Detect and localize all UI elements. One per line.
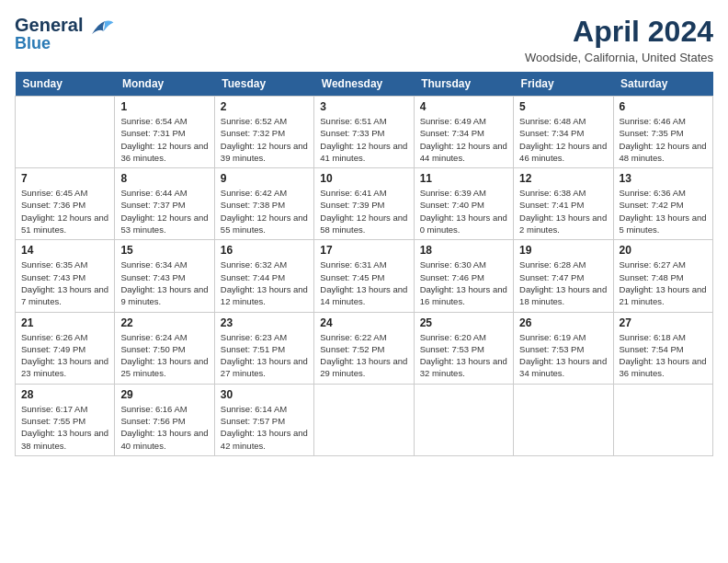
day-number: 22: [120, 316, 208, 329]
calendar-table: SundayMondayTuesdayWednesdayThursdayFrid…: [15, 72, 713, 456]
calendar-cell: [314, 384, 414, 455]
day-detail: Sunrise: 6:24 AMSunset: 7:50 PMDaylight:…: [120, 331, 208, 380]
day-detail: Sunrise: 6:31 AMSunset: 7:45 PMDaylight:…: [320, 259, 407, 307]
day-detail: Sunrise: 6:42 AMSunset: 7:38 PMDaylight:…: [221, 187, 308, 236]
calendar-cell: 26Sunrise: 6:19 AMSunset: 7:53 PMDayligh…: [514, 312, 613, 384]
weekday-header: Tuesday: [214, 72, 313, 97]
day-detail: Sunrise: 6:34 AMSunset: 7:43 PMDaylight:…: [120, 259, 208, 307]
day-number: 2: [221, 100, 308, 113]
day-detail: Sunrise: 6:32 AMSunset: 7:44 PMDaylight:…: [221, 259, 308, 307]
month-title: April 2024: [525, 15, 713, 49]
day-number: 29: [120, 388, 208, 401]
calendar-cell: 20Sunrise: 6:27 AMSunset: 7:48 PMDayligh…: [613, 240, 712, 312]
calendar-cell: 16Sunrise: 6:32 AMSunset: 7:44 PMDayligh…: [214, 240, 313, 312]
calendar-cell: [16, 97, 115, 168]
day-detail: Sunrise: 6:45 AMSunset: 7:36 PMDaylight:…: [21, 187, 108, 236]
calendar-cell: 18Sunrise: 6:30 AMSunset: 7:46 PMDayligh…: [414, 240, 513, 312]
day-detail: Sunrise: 6:27 AMSunset: 7:48 PMDaylight:…: [620, 259, 707, 307]
calendar-cell: 3Sunrise: 6:51 AMSunset: 7:33 PMDaylight…: [314, 97, 414, 168]
calendar-cell: 12Sunrise: 6:38 AMSunset: 7:41 PMDayligh…: [514, 168, 613, 240]
calendar-week-row: 28Sunrise: 6:17 AMSunset: 7:55 PMDayligh…: [16, 384, 713, 455]
day-number: 14: [21, 244, 108, 257]
calendar-cell: 14Sunrise: 6:35 AMSunset: 7:43 PMDayligh…: [16, 240, 115, 312]
calendar-cell: 22Sunrise: 6:24 AMSunset: 7:50 PMDayligh…: [115, 312, 214, 384]
calendar-week-row: 14Sunrise: 6:35 AMSunset: 7:43 PMDayligh…: [16, 240, 713, 312]
day-detail: Sunrise: 6:39 AMSunset: 7:40 PMDaylight:…: [420, 187, 507, 236]
calendar-cell: 6Sunrise: 6:46 AMSunset: 7:35 PMDaylight…: [613, 97, 712, 168]
calendar-cell: 29Sunrise: 6:16 AMSunset: 7:56 PMDayligh…: [115, 384, 214, 455]
calendar-cell: 9Sunrise: 6:42 AMSunset: 7:38 PMDaylight…: [214, 168, 313, 240]
calendar-cell: 11Sunrise: 6:39 AMSunset: 7:40 PMDayligh…: [414, 168, 513, 240]
calendar-cell: [514, 384, 613, 455]
day-detail: Sunrise: 6:17 AMSunset: 7:55 PMDaylight:…: [21, 403, 108, 452]
calendar-cell: [613, 384, 712, 455]
day-detail: Sunrise: 6:41 AMSunset: 7:39 PMDaylight:…: [320, 187, 407, 236]
day-detail: Sunrise: 6:46 AMSunset: 7:35 PMDaylight:…: [620, 115, 707, 164]
calendar-cell: 8Sunrise: 6:44 AMSunset: 7:37 PMDaylight…: [115, 168, 214, 240]
day-number: 24: [320, 316, 407, 329]
logo: General Blue: [15, 15, 115, 53]
calendar-cell: 28Sunrise: 6:17 AMSunset: 7:55 PMDayligh…: [16, 384, 115, 455]
calendar-header-row: SundayMondayTuesdayWednesdayThursdayFrid…: [16, 72, 713, 97]
day-number: 7: [21, 172, 108, 185]
day-number: 3: [320, 100, 407, 113]
day-detail: Sunrise: 6:44 AMSunset: 7:37 PMDaylight:…: [120, 187, 208, 236]
calendar-cell: 23Sunrise: 6:23 AMSunset: 7:51 PMDayligh…: [214, 312, 313, 384]
day-number: 6: [620, 100, 707, 113]
day-number: 20: [620, 244, 707, 257]
day-detail: Sunrise: 6:18 AMSunset: 7:54 PMDaylight:…: [620, 331, 707, 380]
day-detail: Sunrise: 6:14 AMSunset: 7:57 PMDaylight:…: [221, 403, 308, 452]
day-number: 18: [420, 244, 507, 257]
calendar-cell: 2Sunrise: 6:52 AMSunset: 7:32 PMDaylight…: [214, 97, 313, 168]
day-number: 1: [120, 100, 208, 113]
weekday-header: Friday: [514, 72, 613, 97]
weekday-header: Sunday: [16, 72, 115, 97]
day-detail: Sunrise: 6:26 AMSunset: 7:49 PMDaylight:…: [21, 331, 108, 380]
day-detail: Sunrise: 6:28 AMSunset: 7:47 PMDaylight:…: [519, 259, 607, 307]
day-number: 8: [120, 172, 208, 185]
day-number: 12: [519, 172, 607, 185]
location: Woodside, California, United States: [525, 51, 713, 64]
day-number: 27: [620, 316, 707, 329]
day-number: 25: [420, 316, 507, 329]
calendar-cell: 15Sunrise: 6:34 AMSunset: 7:43 PMDayligh…: [115, 240, 214, 312]
day-detail: Sunrise: 6:22 AMSunset: 7:52 PMDaylight:…: [320, 331, 407, 380]
day-number: 28: [21, 388, 108, 401]
day-number: 17: [320, 244, 407, 257]
day-number: 26: [519, 316, 607, 329]
day-number: 11: [420, 172, 507, 185]
day-number: 19: [519, 244, 607, 257]
day-number: 13: [620, 172, 707, 185]
weekday-header: Wednesday: [314, 72, 414, 97]
day-number: 5: [519, 100, 607, 113]
day-number: 16: [221, 244, 308, 257]
calendar-cell: 17Sunrise: 6:31 AMSunset: 7:45 PMDayligh…: [314, 240, 414, 312]
day-detail: Sunrise: 6:36 AMSunset: 7:42 PMDaylight:…: [620, 187, 707, 236]
calendar-cell: [414, 384, 513, 455]
day-detail: Sunrise: 6:16 AMSunset: 7:56 PMDaylight:…: [120, 403, 208, 452]
day-number: 15: [120, 244, 208, 257]
day-detail: Sunrise: 6:52 AMSunset: 7:32 PMDaylight:…: [221, 115, 308, 164]
day-detail: Sunrise: 6:48 AMSunset: 7:34 PMDaylight:…: [519, 115, 607, 164]
day-number: 30: [221, 388, 308, 401]
calendar-cell: 24Sunrise: 6:22 AMSunset: 7:52 PMDayligh…: [314, 312, 414, 384]
title-area: April 2024 Woodside, California, United …: [525, 15, 713, 64]
calendar-cell: 25Sunrise: 6:20 AMSunset: 7:53 PMDayligh…: [414, 312, 513, 384]
day-number: 21: [21, 316, 108, 329]
day-detail: Sunrise: 6:23 AMSunset: 7:51 PMDaylight:…: [221, 331, 308, 380]
weekday-header: Thursday: [414, 72, 513, 97]
calendar-cell: 5Sunrise: 6:48 AMSunset: 7:34 PMDaylight…: [514, 97, 613, 168]
day-number: 4: [420, 100, 507, 113]
day-detail: Sunrise: 6:35 AMSunset: 7:43 PMDaylight:…: [21, 259, 108, 307]
weekday-header: Monday: [115, 72, 214, 97]
day-number: 10: [320, 172, 407, 185]
calendar-cell: 7Sunrise: 6:45 AMSunset: 7:36 PMDaylight…: [16, 168, 115, 240]
weekday-header: Saturday: [613, 72, 712, 97]
day-detail: Sunrise: 6:19 AMSunset: 7:53 PMDaylight:…: [519, 331, 607, 380]
day-detail: Sunrise: 6:49 AMSunset: 7:34 PMDaylight:…: [420, 115, 507, 164]
day-detail: Sunrise: 6:30 AMSunset: 7:46 PMDaylight:…: [420, 259, 507, 307]
calendar-cell: 4Sunrise: 6:49 AMSunset: 7:34 PMDaylight…: [414, 97, 513, 168]
calendar-cell: 19Sunrise: 6:28 AMSunset: 7:47 PMDayligh…: [514, 240, 613, 312]
calendar-cell: 27Sunrise: 6:18 AMSunset: 7:54 PMDayligh…: [613, 312, 712, 384]
day-detail: Sunrise: 6:38 AMSunset: 7:41 PMDaylight:…: [519, 187, 607, 236]
